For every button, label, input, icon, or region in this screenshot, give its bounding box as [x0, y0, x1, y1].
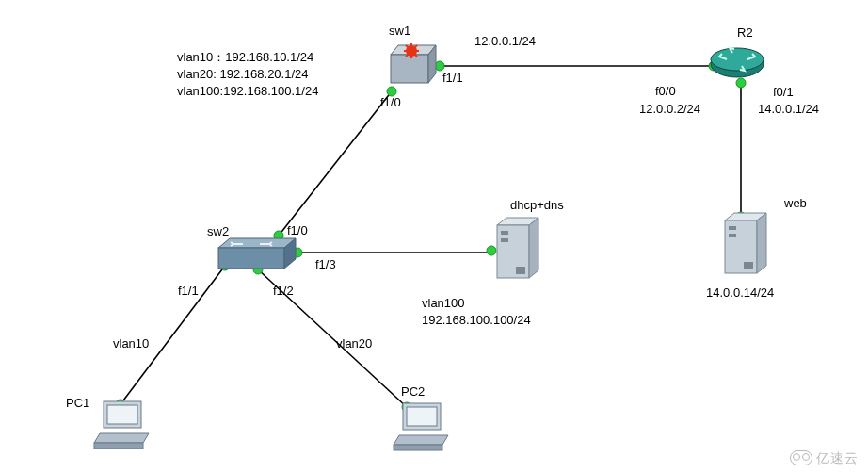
label-r2-name: R2: [737, 24, 753, 41]
switch-icon: [213, 235, 299, 274]
svg-rect-40: [729, 226, 736, 230]
label-sw1-name: sw1: [389, 23, 410, 40]
svg-rect-48: [407, 407, 437, 426]
svg-rect-41: [729, 234, 736, 237]
pc-icon: [87, 396, 153, 452]
watermark: 亿速云: [790, 450, 859, 467]
label-sw2-f11: f1/1: [178, 283, 199, 300]
label-r2-f01: f0/1: [773, 84, 794, 101]
device-dhcp-dns: [490, 212, 546, 289]
svg-rect-44: [107, 405, 137, 424]
pc-icon: [386, 398, 452, 454]
router-icon: [708, 43, 766, 86]
label-vlan20: vlan20: [336, 335, 372, 352]
label-r2-f01-ip: 14.0.0.1/24: [758, 101, 819, 118]
label-dhcp-vlan: vlan100: [422, 295, 465, 312]
device-web: [717, 207, 774, 285]
label-sw1-f10: f1/0: [380, 94, 401, 111]
svg-rect-35: [501, 238, 508, 242]
label-sw2-f12: f1/2: [273, 283, 294, 300]
label-sw2-name: sw2: [207, 223, 229, 240]
svg-rect-42: [744, 262, 753, 269]
label-sw1-vlan-config: vlan10：192.168.10.1/24 vlan20: 192.168.2…: [177, 49, 318, 101]
device-pc1: [87, 396, 153, 456]
svg-point-27: [711, 48, 764, 71]
svg-rect-29: [218, 248, 284, 269]
svg-marker-33: [529, 218, 538, 278]
svg-rect-36: [516, 267, 525, 274]
label-web-name: web: [784, 195, 807, 212]
device-sw1: [386, 38, 438, 93]
label-dhcp-ip: 192.168.100.100/24: [422, 312, 531, 329]
label-vlan10: vlan10: [113, 335, 149, 352]
label-pc2-name: PC2: [401, 383, 425, 400]
device-sw2: [213, 235, 299, 278]
label-dhcp-name: dhcp+dns: [510, 197, 564, 214]
label-sw1-link-ip: 12.0.0.1/24: [474, 33, 536, 50]
l3-switch-icon: [386, 38, 438, 90]
label-r2-f00-ip: 12.0.0.2/24: [639, 101, 700, 118]
label-web-ip: 14.0.0.14/24: [706, 285, 774, 302]
device-pc2: [386, 398, 452, 458]
server-icon: [717, 207, 774, 281]
svg-marker-49: [394, 435, 448, 445]
label-sw2-f10: f1/0: [287, 222, 308, 239]
device-r2: [708, 43, 766, 90]
cloud-logo-icon: [790, 450, 812, 465]
svg-rect-46: [94, 443, 143, 449]
label-r2-f00: f0/0: [655, 83, 676, 100]
svg-rect-34: [501, 231, 508, 235]
label-pc1-name: PC1: [66, 395, 89, 412]
svg-marker-45: [94, 433, 149, 443]
svg-marker-39: [757, 213, 766, 273]
svg-marker-28: [218, 238, 296, 248]
server-icon: [490, 212, 546, 285]
svg-rect-50: [394, 445, 442, 450]
svg-rect-19: [391, 55, 428, 83]
svg-line-1: [279, 91, 392, 236]
label-sw1-f11: f1/1: [442, 70, 463, 87]
label-sw2-f13: f1/3: [315, 256, 336, 273]
